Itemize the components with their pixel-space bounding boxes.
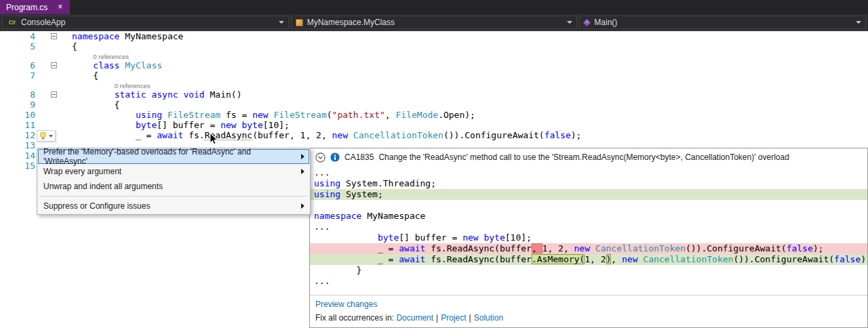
fold-column	[43, 70, 64, 81]
editor-line: 12 _ = await fs.ReadAsync(buffer, 1, 2, …	[0, 130, 868, 140]
code-token	[162, 110, 167, 120]
method-icon	[583, 18, 591, 27]
code-line: class MyClass	[64, 60, 162, 70]
code-token: [] buffer =	[399, 232, 462, 243]
code-token: 1, 2,	[542, 243, 574, 253]
fix-scope-solution[interactable]: Solution	[474, 313, 503, 323]
fold-column	[43, 110, 64, 120]
editor-line: 5{	[0, 41, 868, 52]
editor-line: 8 static async void Main()	[0, 89, 868, 100]
menu-item-label: Prefer the 'Memory'-based overloads for …	[43, 147, 294, 166]
preview-changes-link[interactable]: Preview changes	[315, 300, 377, 309]
code-token: async	[151, 89, 178, 100]
line-number-gutter	[0, 81, 43, 89]
code-token: fs.	[183, 130, 204, 140]
codelens-row: 0 references	[0, 81, 868, 89]
fix-preview-popup: CA1835 Change the 'ReadAsync' method cal…	[309, 148, 868, 328]
mouse-cursor	[210, 133, 218, 145]
code-token: .AsMemory(	[532, 254, 585, 264]
code-token	[314, 232, 378, 243]
fix-scope-document[interactable]: Document	[396, 313, 433, 323]
menu-item[interactable]: Unwrap and indent all arguments	[38, 179, 309, 194]
code-token: System.Threading;	[340, 178, 436, 188]
code-line: static async void Main()	[64, 89, 242, 100]
code-token: ...	[314, 222, 330, 232]
type-dropdown[interactable]: MyNamespace.MyClass	[291, 16, 578, 29]
line-number: 5	[0, 41, 43, 52]
chevron-down-icon	[856, 21, 861, 24]
code-token: new	[252, 110, 268, 120]
fold-column	[43, 41, 64, 52]
fix-all-scopes: Document|Project|Solution	[396, 313, 503, 323]
editor-line: 6 class MyClass	[0, 60, 868, 70]
code-token: );	[861, 254, 867, 264]
code-token: await	[157, 130, 183, 140]
code-token	[348, 130, 353, 140]
line-number: 9	[0, 100, 43, 110]
code-token: );	[813, 243, 824, 253]
fix-scope-project[interactable]: Project	[441, 313, 466, 323]
code-line: namespace MyNamespace	[64, 31, 183, 41]
code-token: false	[545, 130, 571, 140]
fold-column	[43, 31, 64, 41]
code-line: _ = await fs.ReadAsync(buffer, 1, 2, new…	[64, 130, 581, 140]
collapse-region-icon[interactable]	[51, 91, 57, 98]
popup-header: CA1835 Change the 'ReadAsync' method cal…	[310, 148, 867, 166]
code-token: using	[314, 189, 340, 199]
code-token: void	[183, 89, 204, 100]
tab-program-cs[interactable]: Program.cs	[0, 0, 70, 14]
code-token: CancellationToken	[353, 130, 443, 140]
code-token: ,	[385, 110, 396, 120]
quick-actions-button[interactable]	[37, 130, 56, 142]
menu-item[interactable]: Suppress or Configure issues	[38, 199, 309, 213]
code-token: new	[462, 232, 478, 243]
code-token: class	[93, 60, 119, 70]
code-token: ,	[611, 254, 622, 264]
editor-line: 9 {	[0, 100, 868, 110]
code-token: CancellationToken	[595, 243, 686, 253]
diff-line: byte[] buffer = new byte[10];	[310, 232, 867, 243]
fold-column	[43, 60, 64, 70]
code-token: await	[399, 243, 425, 253]
codelens-references[interactable]: 0 references	[115, 82, 151, 89]
diff-line: ...	[310, 276, 867, 287]
menu-item[interactable]: Prefer the 'Memory'-based overloads for …	[38, 149, 309, 164]
code-token: byte	[136, 120, 157, 130]
collapse-chevron-icon[interactable]	[315, 152, 326, 163]
scope-separator: |	[469, 313, 471, 323]
submenu-arrow-icon	[301, 154, 304, 159]
chevron-down-icon	[279, 21, 284, 24]
member-dropdown[interactable]: Main()	[579, 16, 866, 29]
collapse-region-icon[interactable]	[51, 33, 57, 39]
code-token: {	[72, 70, 98, 81]
code-token: byte	[484, 232, 505, 243]
dropdown-label: Main()	[594, 18, 617, 27]
code-token	[72, 89, 115, 100]
codelens-line: 0 references	[64, 81, 150, 89]
code-token: fs.ReadAsync(buffer	[425, 243, 532, 253]
fold-column	[43, 81, 64, 89]
code-line: {	[64, 100, 119, 110]
code-token: _ =	[314, 243, 399, 253]
code-token: ()).ConfigureAwait(	[443, 130, 545, 140]
menu-item[interactable]: Wrap every argument	[38, 164, 309, 179]
project-dropdown[interactable]: ConsoleApp	[2, 16, 289, 29]
info-icon	[330, 152, 340, 162]
code-token: (buffer, 1, 2,	[252, 130, 332, 140]
editor-line: 7 {	[0, 70, 868, 81]
lightbulb-menu-items: Prefer the 'Memory'-based overloads for …	[38, 149, 309, 213]
diff-line: _ = await fs.ReadAsync(buffer, 1, 2, new…	[310, 243, 867, 254]
collapse-region-icon[interactable]	[51, 62, 57, 68]
code-token: System;	[340, 189, 383, 199]
codelens-references[interactable]: 0 references	[93, 53, 129, 60]
close-icon[interactable]	[56, 3, 64, 12]
code-token: byte	[241, 120, 262, 130]
code-token: using	[314, 178, 340, 188]
diff-line: namespace MyNamespace	[310, 211, 867, 222]
code-token: [] buffer =	[157, 120, 220, 130]
code-token: {	[72, 100, 119, 110]
menu-item-label: Suppress or Configure issues	[43, 201, 150, 211]
code-token: MyNamespace	[119, 31, 183, 41]
code-token: new	[574, 243, 590, 253]
code-token: fs.ReadAsync(buffer	[425, 254, 532, 264]
